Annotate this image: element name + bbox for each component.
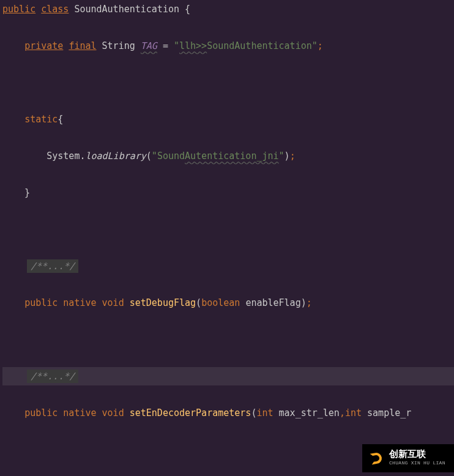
code-line: private final String TAG = "llh>>SoundAu… [2,37,454,55]
doc-comment: /**...*/ [27,370,78,383]
code-line: System.loadLibrary("SoundAutentication_j… [2,147,454,165]
code-line: } [2,184,454,202]
code-line: static{ [2,110,454,128]
logo-badge: 创新互联 CHUANG XIN HU LIAN [362,444,454,472]
logo-icon [367,449,385,467]
code-line: public native void setDebugFlag(boolean … [2,294,454,312]
code-block: public class SoundAuthentication { priva… [0,0,454,476]
doc-comment: /**...*/ [27,259,78,273]
code-line: public native void setEnDecoderParameter… [2,404,454,422]
code-line: public class SoundAuthentication { [2,0,454,18]
logo-text-cn: 创新互联 [389,450,445,461]
logo-text-en: CHUANG XIN HU LIAN [389,461,445,466]
